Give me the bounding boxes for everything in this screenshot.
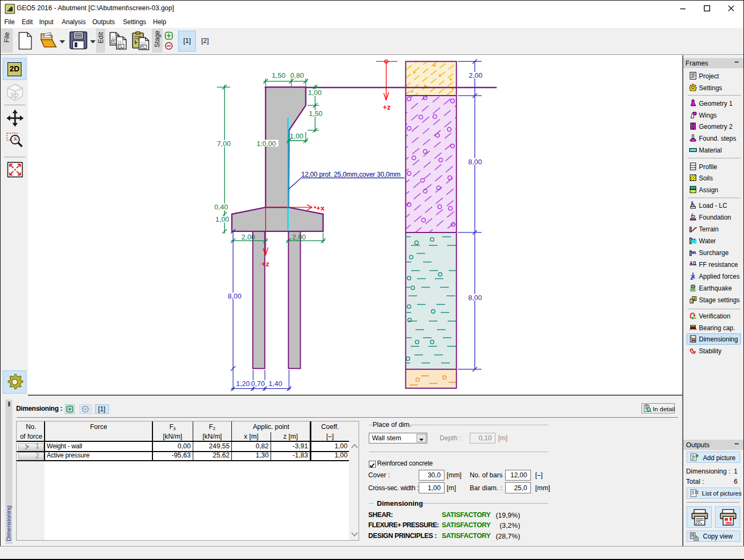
svg-text:+z: +z <box>261 260 269 268</box>
svg-text:+x: +x <box>316 204 325 212</box>
svg-text:1,20: 1,20 <box>236 380 250 388</box>
svg-text:1,40: 1,40 <box>268 380 282 388</box>
svg-text:2: 2 <box>694 296 696 301</box>
svg-text:8,00: 8,00 <box>468 158 482 166</box>
svg-text:1:0,00: 1:0,00 <box>257 140 276 148</box>
svg-text:7,00: 7,00 <box>217 140 230 148</box>
svg-text:1,00: 1,00 <box>308 89 322 97</box>
svg-text:1: 1 <box>691 299 693 303</box>
svg-text:1,00: 1,00 <box>215 215 229 223</box>
svg-text:1,00: 1,00 <box>290 132 303 140</box>
svg-text:2,00: 2,00 <box>242 233 255 241</box>
svg-text:8,00: 8,00 <box>228 292 241 300</box>
svg-text:0,80: 0,80 <box>290 71 304 79</box>
svg-text:+z: +z <box>383 103 391 111</box>
svg-text:2,00: 2,00 <box>469 71 482 79</box>
svg-text:3D: 3D <box>10 92 19 99</box>
svg-text:1,50: 1,50 <box>309 110 322 118</box>
svg-text:1,50: 1,50 <box>272 71 285 79</box>
svg-text:12,00 prof. 25,0mm,cover 30,0m: 12,00 prof. 25,0mm,cover 30,0mm <box>301 171 400 178</box>
svg-text:0,40: 0,40 <box>214 203 228 211</box>
svg-text:2,00: 2,00 <box>292 233 305 241</box>
svg-text:0,70: 0,70 <box>251 380 265 388</box>
svg-text:8,00: 8,00 <box>468 294 482 302</box>
